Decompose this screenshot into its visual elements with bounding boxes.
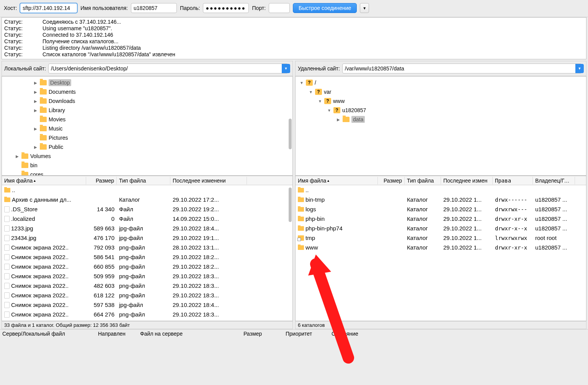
file-row[interactable]: Снимок экрана 2022..597 538jpg-файл29.10… bbox=[2, 300, 292, 310]
col-size[interactable]: Размер bbox=[86, 177, 117, 184]
expand-arrow-icon[interactable]: ▼ bbox=[299, 81, 304, 85]
col-size[interactable]: Размер bbox=[378, 177, 405, 184]
file-row[interactable]: .DS_Store14 340Файл29.10.2022 19:2... bbox=[2, 204, 292, 214]
tree-item[interactable]: ▶Public bbox=[2, 142, 292, 152]
tree-item[interactable]: Movies bbox=[2, 115, 292, 124]
file-row[interactable]: Архив с данными дл...Каталог29.10.2022 1… bbox=[2, 195, 292, 204]
remote-path-input[interactable] bbox=[342, 64, 582, 73]
expand-arrow-icon[interactable]: ▶ bbox=[15, 154, 20, 158]
host-input[interactable] bbox=[20, 3, 77, 13]
queue-col-priority[interactable]: Приоритет bbox=[286, 331, 320, 337]
file-row[interactable]: Снимок экрана 2022..509 959png-файл29.10… bbox=[2, 271, 292, 281]
file-owner: root root bbox=[533, 234, 575, 242]
file-row[interactable]: .localized0Файл14.09.2022 15:0... bbox=[2, 214, 292, 223]
tree-item[interactable]: ▼?www bbox=[296, 96, 586, 106]
file-modified: 29.10.2022 1... bbox=[441, 196, 493, 204]
file-row[interactable]: 23434.jpg476 170jpg-файл29.10.2022 19:1.… bbox=[2, 233, 292, 243]
col-modified[interactable]: Последнее измен bbox=[441, 177, 493, 184]
file-row[interactable]: Снимок экрана 2022..197 549png-файл29.10… bbox=[2, 319, 292, 321]
queue-col-size[interactable]: Размер bbox=[243, 331, 274, 337]
expand-arrow-icon[interactable]: ▼ bbox=[309, 90, 313, 94]
remote-tree[interactable]: ▼?/▼?var▼?www▼?u1820857▶data bbox=[295, 76, 586, 176]
file-row[interactable]: php-bin-php74Каталог29.10.2022 1...drwxr… bbox=[296, 223, 586, 233]
col-type[interactable]: Тип файла bbox=[117, 177, 170, 184]
local-path-bar: Локальный сайт: ▼ bbox=[2, 61, 293, 76]
expand-arrow-icon[interactable]: ▶ bbox=[33, 81, 38, 85]
queue-col-server[interactable]: Сервер/Локальный файл bbox=[2, 331, 87, 337]
expand-arrow-icon[interactable]: ▶ bbox=[33, 99, 38, 103]
queue-col-direction[interactable]: Направлен bbox=[98, 331, 129, 337]
file-type: Каталог bbox=[117, 196, 170, 204]
file-row[interactable]: Снимок экрана 2022..792 093png-файл28.10… bbox=[2, 243, 292, 252]
remote-header[interactable]: Имя файла▴ Размер Тип файла Последнее из… bbox=[296, 176, 586, 185]
expand-arrow-icon[interactable]: ▶ bbox=[33, 108, 38, 113]
queue-col-remote[interactable]: Файл на сервере bbox=[140, 331, 232, 337]
local-path-input[interactable] bbox=[48, 64, 288, 73]
pass-label: Пароль: bbox=[180, 5, 200, 11]
tree-item[interactable]: ▼?/ bbox=[296, 78, 586, 87]
folder-icon bbox=[343, 117, 350, 122]
file-size bbox=[86, 189, 117, 191]
local-path-dropdown[interactable]: ▼ bbox=[282, 64, 290, 73]
quickconnect-dropdown[interactable]: ▼ bbox=[360, 3, 369, 13]
tree-item[interactable]: ▶Volumes bbox=[2, 152, 292, 161]
local-file-list[interactable]: Имя файла▴ Размер Тип файла Последнее из… bbox=[2, 176, 293, 321]
file-row[interactable]: Снимок экрана 2022..586 541png-файл29.10… bbox=[2, 252, 292, 262]
file-name: .DS_Store bbox=[11, 206, 38, 212]
remote-path-dropdown[interactable]: ▼ bbox=[575, 64, 584, 73]
file-icon bbox=[4, 216, 10, 222]
file-modified: 14.09.2022 15:0... bbox=[170, 215, 247, 223]
tree-item[interactable]: ▶Library bbox=[2, 106, 292, 115]
file-row[interactable]: Снимок экрана 2022..664 276png-файл29.10… bbox=[2, 310, 292, 319]
expand-arrow-icon[interactable]: ▶ bbox=[336, 117, 341, 122]
local-header[interactable]: Имя файла▴ Размер Тип файла Последнее из… bbox=[2, 176, 292, 185]
expand-arrow-icon[interactable]: ▼ bbox=[318, 99, 322, 103]
tree-item[interactable]: ▶Music bbox=[2, 124, 292, 133]
file-row[interactable]: 1233.jpg589 663jpg-файл29.10.2022 18:4..… bbox=[2, 223, 292, 233]
tree-item[interactable]: ▶data bbox=[296, 115, 586, 124]
col-name[interactable]: Имя файла▴ bbox=[296, 177, 378, 184]
col-permissions[interactable]: Права bbox=[493, 177, 533, 184]
file-row[interactable]: wwwКаталог29.10.2022 1...drwxr-xr-xu1820… bbox=[296, 243, 586, 252]
local-tree[interactable]: ▶Desktop▶Documents▶Downloads▶LibraryMovi… bbox=[2, 76, 293, 176]
tree-item[interactable]: ▶Downloads bbox=[2, 96, 292, 106]
col-modified[interactable]: Последнее изменени bbox=[170, 177, 247, 184]
file-row[interactable]: Снимок экрана 2022..482 603png-файл29.10… bbox=[2, 281, 292, 290]
expand-arrow-icon[interactable]: ▼ bbox=[327, 108, 332, 113]
queue-col-status[interactable]: Состояние bbox=[332, 331, 370, 337]
file-icon bbox=[4, 312, 10, 318]
file-row[interactable]: bin-tmpКаталог29.10.2022 1...drwx------u… bbox=[296, 195, 586, 204]
file-name: .. bbox=[12, 187, 15, 193]
quickconnect-button[interactable]: Быстрое соединение bbox=[293, 3, 357, 13]
file-row[interactable]: .. bbox=[2, 185, 292, 195]
expand-arrow-icon[interactable]: ▶ bbox=[33, 145, 38, 149]
expand-arrow-icon[interactable]: ▶ bbox=[33, 90, 38, 94]
password-input[interactable] bbox=[203, 3, 249, 13]
scrollbar-thumb[interactable] bbox=[289, 119, 292, 149]
tree-item[interactable]: ▶Documents bbox=[2, 87, 292, 96]
file-row[interactable]: Снимок экрана 2022..660 855png-файл29.10… bbox=[2, 262, 292, 271]
tree-item[interactable]: ▼?var bbox=[296, 87, 586, 96]
col-owner[interactable]: Владелец/Груп bbox=[533, 177, 575, 184]
expand-arrow-icon[interactable]: ▶ bbox=[33, 127, 38, 131]
host-label: Хост: bbox=[4, 5, 17, 11]
folder-icon bbox=[298, 217, 304, 221]
tree-item[interactable]: cores bbox=[2, 170, 292, 176]
username-input[interactable] bbox=[131, 3, 177, 13]
port-input[interactable] bbox=[269, 3, 290, 13]
file-row[interactable]: .. bbox=[296, 185, 586, 195]
file-row[interactable]: logsКаталог29.10.2022 1...drwxrwx---u182… bbox=[296, 204, 586, 214]
file-size bbox=[378, 237, 405, 239]
tree-item[interactable]: Pictures bbox=[2, 133, 292, 142]
file-row[interactable]: php-binКаталог29.10.2022 1...drwxr-xr-xu… bbox=[296, 214, 586, 223]
col-name[interactable]: Имя файла▴ bbox=[2, 177, 86, 184]
file-row[interactable]: tmpКаталог29.10.2022 1...lrwxrwxrwxroot … bbox=[296, 233, 586, 243]
tree-item[interactable]: ▶Desktop bbox=[2, 78, 292, 87]
tree-item[interactable]: ▼?u1820857 bbox=[296, 106, 586, 115]
remote-file-list[interactable]: Имя файла▴ Размер Тип файла Последнее из… bbox=[295, 176, 586, 321]
log-message: Получение списка каталогов... bbox=[42, 38, 118, 45]
tree-item[interactable]: bin bbox=[2, 161, 292, 170]
scrollbar-thumb[interactable] bbox=[289, 188, 292, 222]
col-type[interactable]: Тип файла bbox=[405, 177, 441, 184]
file-row[interactable]: Снимок экрана 2022..618 122png-файл29.10… bbox=[2, 290, 292, 300]
